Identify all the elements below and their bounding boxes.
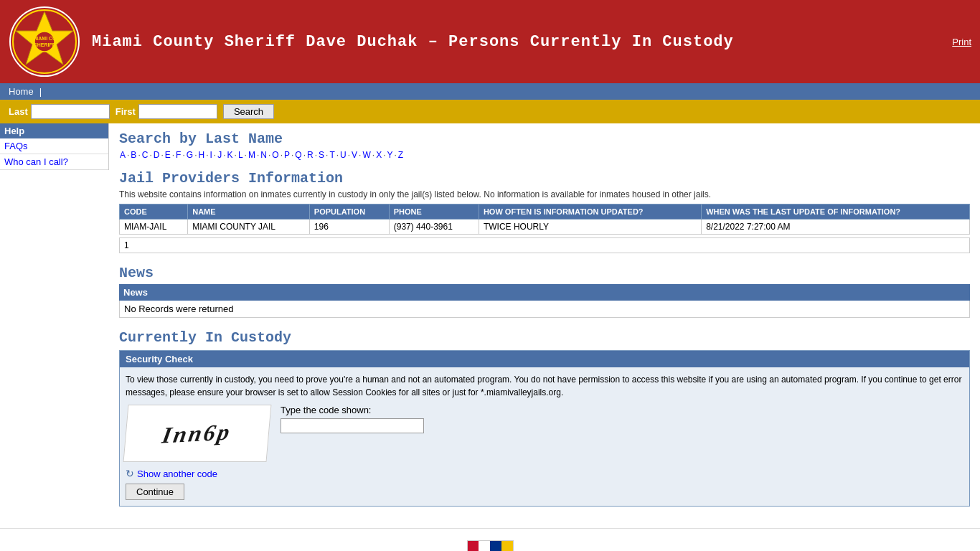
custody-title: Currently In Custody bbox=[119, 329, 970, 346]
alpha-link-r[interactable]: R bbox=[307, 150, 314, 160]
alpha-dot: · bbox=[235, 150, 237, 160]
alpha-link-f[interactable]: F bbox=[176, 150, 181, 160]
alpha-link-v[interactable]: V bbox=[352, 150, 357, 160]
news-section: News News No Records were returned bbox=[119, 265, 970, 318]
alpha-link-k[interactable]: K bbox=[227, 150, 233, 160]
continue-button[interactable]: Continue bbox=[126, 484, 184, 500]
alpha-link-c[interactable]: C bbox=[142, 150, 149, 160]
captcha-input[interactable] bbox=[281, 418, 424, 433]
nav-separator: | bbox=[39, 86, 42, 97]
svg-point-3 bbox=[34, 32, 55, 52]
alpha-link-n[interactable]: N bbox=[260, 150, 267, 160]
table-cell: MIAMI COUNTY JAIL bbox=[188, 220, 310, 235]
show-another-code[interactable]: ↻ Show another code bbox=[126, 468, 963, 479]
alpha-link-j[interactable]: J bbox=[217, 150, 222, 160]
alpha-dot: · bbox=[326, 150, 328, 160]
alpha-dot: · bbox=[245, 150, 247, 160]
alpha-link-l[interactable]: L bbox=[238, 150, 243, 160]
flag-stripe-red bbox=[468, 541, 479, 551]
first-label: First bbox=[116, 106, 136, 117]
sidebar-item-who[interactable]: Who can I call? bbox=[0, 154, 108, 170]
show-another-label: Show another code bbox=[137, 468, 217, 479]
alpha-link-d[interactable]: D bbox=[154, 150, 160, 160]
alpha-link-q[interactable]: Q bbox=[295, 150, 301, 160]
nav-bar: Home | bbox=[0, 83, 980, 100]
alpha-link-u[interactable]: U bbox=[340, 150, 347, 160]
refresh-icon: ↻ bbox=[126, 468, 134, 479]
security-check-box: Security Check To view those currently i… bbox=[119, 350, 970, 507]
first-name-input[interactable] bbox=[138, 104, 217, 119]
alpha-link-g[interactable]: G bbox=[187, 150, 193, 160]
search-by-name-section: Search by Last Name A·B·C·D·E·F·G·H·I·J·… bbox=[119, 131, 970, 160]
alpha-dot: · bbox=[223, 150, 225, 160]
alpha-dot: · bbox=[303, 150, 306, 160]
alpha-link-w[interactable]: W bbox=[362, 150, 370, 160]
svg-text:MIAMI CO: MIAMI CO bbox=[32, 36, 57, 41]
nav-home[interactable]: Home bbox=[9, 86, 34, 97]
alpha-dot: · bbox=[149, 150, 151, 160]
alpha-link-y[interactable]: Y bbox=[387, 150, 392, 160]
alpha-dot: · bbox=[359, 150, 361, 160]
row-count-table: 1 bbox=[119, 237, 970, 253]
alpha-dot: · bbox=[315, 150, 317, 160]
alpha-dot: · bbox=[281, 150, 283, 160]
alpha-dot: · bbox=[194, 150, 197, 160]
print-button[interactable]: Print bbox=[952, 37, 971, 47]
alpha-dot: · bbox=[348, 150, 350, 160]
alpha-link-x[interactable]: X bbox=[376, 150, 382, 160]
news-title: News bbox=[119, 265, 970, 281]
last-name-input[interactable] bbox=[31, 104, 110, 119]
alpha-link-o[interactable]: O bbox=[272, 150, 278, 160]
security-check-text: To view those currently in custody, you … bbox=[126, 373, 963, 399]
sheriff-logo: MIAMI CO SHERIFF bbox=[9, 6, 80, 77]
main-content: Search by Last Name A·B·C·D·E·F·G·H·I·J·… bbox=[109, 123, 980, 514]
alpha-dot: · bbox=[161, 150, 163, 160]
captcha-image: Inn6p bbox=[123, 405, 272, 462]
table-cell: MIAM-JAIL bbox=[120, 220, 188, 235]
alpha-link-b[interactable]: B bbox=[131, 150, 136, 160]
alpha-link-i[interactable]: I bbox=[210, 150, 212, 160]
svg-text:SHERIFF: SHERIFF bbox=[34, 42, 56, 47]
search-by-name-title: Search by Last Name bbox=[119, 131, 970, 147]
alpha-link-s[interactable]: S bbox=[319, 150, 324, 160]
alpha-link-m[interactable]: M bbox=[248, 150, 255, 160]
alpha-dot: · bbox=[182, 150, 184, 160]
alpha-link-p[interactable]: P bbox=[284, 150, 290, 160]
search-bar: Last First Search bbox=[0, 100, 980, 123]
header-title: Miami County Sheriff Dave Duchak – Perso… bbox=[92, 33, 734, 51]
table-cell: 196 bbox=[309, 220, 389, 235]
col-header: PHONE bbox=[389, 204, 479, 220]
alpha-dot: · bbox=[214, 150, 216, 160]
sidebar: Help FAQs Who can I call? bbox=[0, 123, 109, 170]
search-button[interactable]: Search bbox=[223, 104, 274, 119]
table-cell: TWICE HOURLY bbox=[479, 220, 701, 235]
sidebar-help-header: Help bbox=[0, 123, 108, 138]
alpha-dot: · bbox=[372, 150, 374, 160]
news-header: News bbox=[119, 284, 970, 301]
captcha-text-display: Inn6p bbox=[161, 418, 235, 448]
montgomery-logo: MONTGOMERYCOUNTY bbox=[465, 540, 515, 551]
jail-providers-title: Jail Providers Information bbox=[119, 170, 970, 187]
alpha-dot: · bbox=[395, 150, 397, 160]
alpha-dot: · bbox=[291, 150, 293, 160]
alpha-dot: · bbox=[206, 150, 208, 160]
captcha-label: Type the code shown: bbox=[281, 405, 424, 415]
sidebar-item-faqs[interactable]: FAQs bbox=[0, 138, 108, 154]
alpha-link-t[interactable]: T bbox=[329, 150, 334, 160]
alpha-link-a[interactable]: A bbox=[120, 150, 126, 160]
security-check-header: Security Check bbox=[120, 351, 969, 367]
who-can-i-call-link[interactable]: Who can I call? bbox=[4, 156, 68, 167]
col-header: CODE bbox=[120, 204, 188, 220]
alpha-dot: · bbox=[172, 150, 174, 160]
table-row: MIAM-JAILMIAMI COUNTY JAIL196(937) 440-3… bbox=[120, 220, 970, 235]
alpha-dot: · bbox=[268, 150, 270, 160]
col-header: POPULATION bbox=[309, 204, 389, 220]
faqs-link[interactable]: FAQs bbox=[4, 141, 28, 151]
alpha-link-z[interactable]: Z bbox=[398, 150, 403, 160]
header: MIAMI CO SHERIFF Miami County Sheriff Da… bbox=[0, 0, 980, 83]
body-wrapper: Help FAQs Who can I call? Search by Last… bbox=[0, 123, 980, 514]
alpha-link-h[interactable]: H bbox=[198, 150, 204, 160]
alpha-link-e[interactable]: E bbox=[165, 150, 171, 160]
custody-section: Currently In Custody Security Check To v… bbox=[119, 329, 970, 507]
col-header: WHEN WAS THE LAST UPDATE OF INFORMATION? bbox=[702, 204, 970, 220]
